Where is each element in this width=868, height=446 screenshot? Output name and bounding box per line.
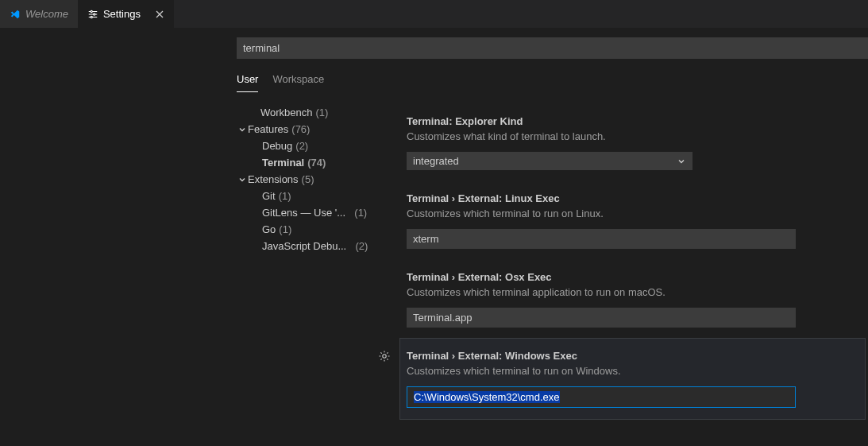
settings-toc: Workbench (1) Features (76) Debug (2) Te… bbox=[237, 104, 395, 446]
linux-exec-input[interactable] bbox=[407, 229, 796, 249]
settings-list: Terminal: Explorer Kind Customizes what … bbox=[395, 104, 868, 446]
setting-title: Terminal: Explorer Kind bbox=[407, 115, 868, 127]
setting-windows-exec: Terminal › External: Windows Exec Custom… bbox=[400, 339, 865, 419]
setting-explorer-kind: Terminal: Explorer Kind Customizes what … bbox=[403, 104, 868, 181]
setting-osx-exec: Terminal › External: Osx Exec Customizes… bbox=[403, 260, 868, 339]
tab-welcome[interactable]: Welcome bbox=[0, 0, 78, 28]
setting-description: Customizes which terminal to run on Wind… bbox=[407, 365, 865, 377]
scope-tab-workspace[interactable]: Workspace bbox=[272, 73, 324, 92]
gear-icon[interactable] bbox=[378, 350, 391, 363]
setting-linux-exec: Terminal › External: Linux Exec Customiz… bbox=[403, 181, 868, 260]
settings-editor: User Workspace Workbench (1) Features (7… bbox=[0, 28, 868, 446]
chevron-down-icon bbox=[237, 175, 248, 184]
toc-go[interactable]: Go (1) bbox=[237, 221, 395, 238]
scope-tab-user[interactable]: User bbox=[237, 73, 258, 92]
windows-exec-input[interactable] bbox=[407, 386, 796, 408]
close-icon[interactable] bbox=[155, 10, 164, 19]
svg-point-3 bbox=[91, 10, 92, 12]
toc-gitlens[interactable]: GitLens — Use '... (1) bbox=[237, 204, 395, 221]
osx-exec-input[interactable] bbox=[407, 308, 796, 328]
scope-tabs: User Workspace bbox=[237, 73, 868, 93]
setting-description: Customizes which terminal to run on Linu… bbox=[407, 207, 868, 219]
svg-point-4 bbox=[94, 13, 95, 14]
chevron-down-icon bbox=[237, 125, 248, 134]
settings-search-input[interactable] bbox=[237, 37, 868, 59]
setting-title: Terminal › External: Linux Exec bbox=[407, 192, 868, 204]
tab-settings[interactable]: Settings bbox=[78, 0, 174, 28]
toc-debug[interactable]: Debug (2) bbox=[237, 138, 395, 154]
setting-title: Terminal › External: Windows Exec bbox=[407, 350, 865, 362]
vscode-icon bbox=[10, 9, 21, 20]
toc-terminal[interactable]: Terminal (74) bbox=[237, 154, 395, 171]
toc-extensions[interactable]: Extensions (5) bbox=[237, 171, 395, 188]
explorer-kind-select[interactable]: integrated bbox=[407, 152, 692, 170]
setting-title: Terminal › External: Osx Exec bbox=[407, 271, 868, 283]
settings-icon bbox=[87, 9, 98, 20]
toc-workbench[interactable]: Workbench (1) bbox=[237, 104, 395, 121]
svg-point-5 bbox=[91, 16, 92, 17]
setting-description: Customizes which terminal application to… bbox=[407, 286, 868, 298]
setting-description: Customizes what kind of terminal to laun… bbox=[407, 130, 868, 142]
chevron-down-icon bbox=[677, 157, 686, 166]
tab-bar: Welcome Settings bbox=[0, 0, 868, 28]
toc-git[interactable]: Git (1) bbox=[237, 188, 395, 204]
svg-point-8 bbox=[383, 355, 386, 358]
tab-welcome-label: Welcome bbox=[25, 8, 68, 20]
toc-jsdebug[interactable]: JavaScript Debu... (2) bbox=[237, 238, 395, 254]
tab-settings-label: Settings bbox=[103, 8, 141, 20]
toc-features[interactable]: Features (76) bbox=[237, 121, 395, 138]
